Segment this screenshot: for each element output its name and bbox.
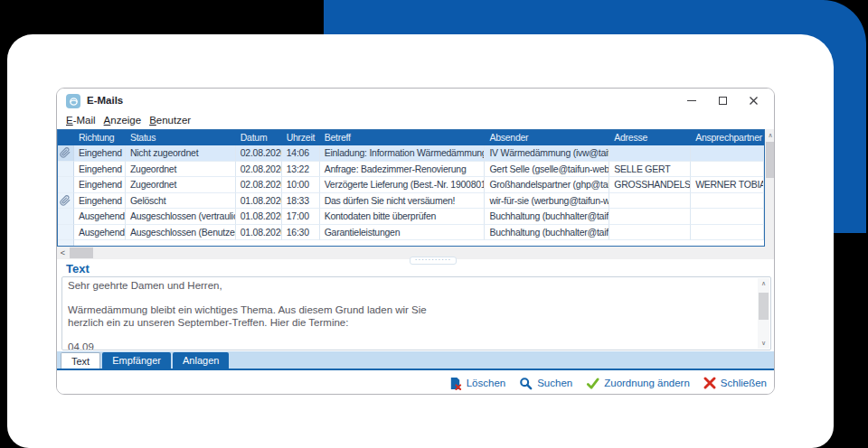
cell-status: Nicht zugeordnet xyxy=(126,145,236,162)
attachment-cell-empty xyxy=(58,177,74,193)
cell-adresse xyxy=(609,225,691,241)
header-adresse[interactable]: Adresse xyxy=(609,130,691,145)
menu-item-email[interactable]: E-Mail xyxy=(66,113,104,129)
pane-splitter-handle[interactable]: ··········· xyxy=(410,257,457,265)
cell-richtung: Eingehend xyxy=(74,177,126,193)
header-richtung[interactable]: Richtung xyxy=(74,130,126,145)
header-uhrzeit[interactable]: Uhrzeit xyxy=(282,130,320,145)
emails-window: E-Mails E-MailAnzeigeBenutzer RichtungSt… xyxy=(56,88,775,395)
preview-scroll-up-icon[interactable]: ∧ xyxy=(758,278,769,289)
table-vertical-scrollbar[interactable]: ∧ xyxy=(765,129,775,247)
bottom-toolbar: LöschenSuchenZuordnung ändernSchließen xyxy=(57,370,775,395)
cell-uhrzeit: 14:06 xyxy=(282,145,320,162)
cell-richtung: Eingehend xyxy=(74,162,126,178)
scroll-up-icon[interactable]: ∧ xyxy=(765,129,775,141)
cell-absender: Buchhaltung (buchhalter@taifu xyxy=(485,225,609,241)
email-row-6[interactable]: AusgehendAusgeschlossen (Benutzer)01.08.… xyxy=(58,225,764,241)
cell-adresse xyxy=(609,145,691,162)
email-body-text: Sehr geehrte Damen und Herren, Wärmedämm… xyxy=(68,280,754,350)
cell-ansprechpartner xyxy=(691,145,764,162)
table-vscroll-thumb[interactable] xyxy=(766,142,775,178)
close-window-icon xyxy=(749,96,759,106)
cell-betreff: Anfrage: Badezimmer-Renovierung xyxy=(320,162,486,178)
cell-betreff: Garantieleistungen xyxy=(320,225,486,241)
header-absender[interactable]: Absender xyxy=(485,130,609,145)
window-title: E-Mails xyxy=(87,95,123,106)
preview-vertical-scrollbar[interactable]: ∧ ∨ xyxy=(758,278,769,349)
delete-email-icon xyxy=(448,377,462,390)
menu-item-benutzer[interactable]: Benutzer xyxy=(149,113,199,129)
cell-adresse: SELLE GERT xyxy=(609,162,691,178)
löschen-button[interactable]: Löschen xyxy=(448,377,505,390)
cell-richtung: Eingehend xyxy=(74,193,126,210)
cell-absender: wir-für-sie (werbung@taifun-w xyxy=(485,193,609,210)
minimize-button[interactable] xyxy=(676,89,707,113)
table-body: EingehendNicht zugeordnet02.08.202014:06… xyxy=(58,145,764,240)
cell-status: Gelöscht xyxy=(126,193,236,210)
tab-empfnger[interactable]: Empfänger xyxy=(102,352,171,369)
check-icon xyxy=(586,377,599,390)
cell-ansprechpartner: WERNER TOBIAS xyxy=(691,177,764,193)
header-ansprechpartner[interactable]: Ansprechpartner xyxy=(691,130,764,145)
maximize-button[interactable] xyxy=(707,89,738,113)
email-row-2[interactable]: EingehendZugeordnet02.08.202013:22Anfrag… xyxy=(58,162,764,178)
preview-pane-title: Text xyxy=(66,262,90,275)
cell-betreff: Verzögerte Lieferung (Best.-Nr. 1900801) xyxy=(320,177,486,193)
attachment-column-filler xyxy=(58,240,74,247)
cell-richtung: Eingehend xyxy=(74,145,126,162)
window-controls xyxy=(676,89,769,113)
header-betreff[interactable]: Betreff xyxy=(320,130,486,145)
cell-datum: 01.08.2020 xyxy=(236,209,282,225)
tab-text[interactable]: Text xyxy=(61,352,100,369)
cell-adresse xyxy=(609,209,691,225)
preview-vscroll-thumb[interactable] xyxy=(759,293,769,320)
scroll-left-icon[interactable]: < xyxy=(57,247,69,259)
email-row-5[interactable]: AusgehendAusgeschlossen (vertraulich)01.… xyxy=(58,209,764,225)
cell-uhrzeit: 16:30 xyxy=(282,225,320,241)
cell-datum: 02.08.2020 xyxy=(236,145,282,162)
cell-betreff: Kontodaten bitte überprüfen xyxy=(320,209,486,225)
cell-absender: Gert Selle (gselle@taifun-weba xyxy=(485,162,609,178)
close-icon xyxy=(703,377,716,389)
cell-ansprechpartner xyxy=(691,162,764,178)
email-text-preview[interactable]: Sehr geehrte Damen und Herren, Wärmedämm… xyxy=(61,276,771,350)
email-row-1[interactable]: EingehendNicht zugeordnet02.08.202014:06… xyxy=(58,145,764,162)
tab-anlagen[interactable]: Anlagen xyxy=(173,352,229,369)
cell-datum: 01.08.2020 xyxy=(236,193,282,210)
header-status[interactable]: Status xyxy=(126,130,236,145)
cell-richtung: Ausgehend xyxy=(74,209,126,225)
cell-status: Ausgeschlossen (vertraulich) xyxy=(126,209,236,225)
cell-ansprechpartner xyxy=(691,225,764,241)
cell-datum: 02.08.2020 xyxy=(236,162,282,178)
suchen-button[interactable]: Suchen xyxy=(519,377,572,390)
cell-richtung: Ausgehend xyxy=(74,225,126,241)
menu-item-anzeige[interactable]: Anzeige xyxy=(104,113,150,129)
cell-betreff: Das dürfen Sie nicht versäumen! xyxy=(320,193,486,210)
cell-uhrzeit: 17:00 xyxy=(282,209,320,225)
toolbar-button-label: Löschen xyxy=(467,378,505,388)
attachment-cell-empty xyxy=(58,162,74,178)
header-attachment-column[interactable] xyxy=(58,130,74,145)
toolbar-button-label: Schließen xyxy=(721,378,767,388)
email-row-4[interactable]: EingehendGelöscht01.08.202018:33Das dürf… xyxy=(58,193,764,210)
cell-betreff: Einladung: Information Wärmedämmung xyxy=(320,145,486,162)
email-row-3[interactable]: EingehendZugeordnet02.08.202010:00Verzög… xyxy=(58,177,764,193)
cell-status: Zugeordnet xyxy=(126,162,236,178)
header-datum[interactable]: Datum xyxy=(236,130,282,145)
cell-uhrzeit: 13:22 xyxy=(282,162,320,178)
table-filler-row xyxy=(58,240,764,247)
bottom-tabstrip: TextEmpfängerAnlagen xyxy=(57,351,775,370)
zuordnung-ändern-button[interactable]: Zuordnung ändern xyxy=(586,377,690,390)
preview-scroll-down-icon[interactable]: ∨ xyxy=(758,338,769,349)
toolbar-button-label: Suchen xyxy=(537,378,572,388)
cell-datum: 02.08.2020 xyxy=(236,177,282,193)
maximize-icon xyxy=(719,97,727,105)
search-icon xyxy=(519,377,533,390)
paperclip-icon xyxy=(58,145,74,162)
cell-adresse: GROSSHANDELS-PT xyxy=(609,177,691,193)
cell-absender: Großhandelspartner (ghp@taif xyxy=(485,177,609,193)
paperclip-icon xyxy=(58,193,74,210)
table-hscroll-thumb[interactable] xyxy=(70,247,93,258)
schließen-button[interactable]: Schließen xyxy=(703,377,767,389)
close-window-button[interactable] xyxy=(738,89,769,113)
